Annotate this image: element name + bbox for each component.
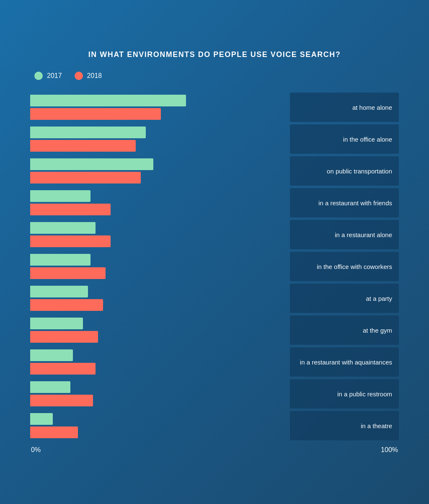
bar-row: in a restaurant with aquaintances	[30, 347, 399, 377]
bar-2017	[30, 190, 90, 202]
bar-label-cell: at home alone	[290, 93, 399, 122]
bar-row: in a restaurant alone	[30, 220, 399, 249]
bars-group	[30, 411, 290, 440]
legend-item-2017: 2017	[34, 72, 62, 80]
bar-2017	[30, 349, 73, 361]
bar-label-cell: in a restaurant with friends	[290, 188, 399, 217]
bar-label: at home alone	[352, 104, 392, 111]
bar-row: in a restaurant with friends	[30, 188, 399, 217]
bar-2018	[30, 140, 136, 152]
bar-2017	[30, 222, 96, 234]
bar-row: at home alone	[30, 93, 399, 122]
bar-row: in the office with coworkers	[30, 252, 399, 281]
bar-label-cell: in a public restroom	[290, 379, 399, 408]
bar-label: in a restaurant alone	[335, 231, 392, 238]
bar-2018	[30, 331, 98, 343]
legend-label-2018: 2018	[87, 72, 102, 80]
bar-2017	[30, 286, 88, 297]
bar-label: in the office alone	[343, 136, 392, 143]
bar-label: in a restaurant with aquaintances	[300, 359, 392, 366]
bar-2018	[30, 395, 93, 406]
bar-label: in a restaurant with friends	[318, 199, 392, 207]
bar-label-cell: in a theatre	[290, 411, 399, 440]
bar-2018	[30, 235, 111, 247]
bar-2018	[30, 108, 161, 120]
legend: 2017 2018	[30, 72, 399, 80]
bars-group	[30, 284, 290, 313]
bar-row: in a public restroom	[30, 379, 399, 408]
bar-row: in the office alone	[30, 124, 399, 154]
chart-container: IN WHAT ENVIRONMENTS DO PEOPLE USE VOICE…	[22, 34, 407, 470]
bar-row: on public transportation	[30, 156, 399, 186]
legend-dot-2018	[75, 72, 83, 80]
bar-2017	[30, 127, 146, 138]
bar-row: in a theatre	[30, 411, 399, 440]
bar-2018	[30, 426, 78, 438]
bar-label-cell: in a restaurant with aquaintances	[290, 347, 399, 377]
bar-label-cell: at the gym	[290, 315, 399, 345]
bar-label: on public transportation	[327, 168, 392, 175]
bar-label-cell: in a restaurant alone	[290, 220, 399, 249]
legend-dot-2017	[34, 72, 43, 80]
bar-2017	[30, 381, 70, 393]
bars-group	[30, 156, 290, 186]
axis-row: 0% 100%	[30, 446, 399, 454]
bar-2018	[30, 172, 141, 184]
bar-2018	[30, 204, 111, 215]
bar-2017	[30, 95, 186, 106]
bar-2018	[30, 267, 106, 279]
bars-group	[30, 188, 290, 217]
bar-row: at a party	[30, 284, 399, 313]
bar-label: in a public restroom	[337, 390, 392, 398]
axis-min-label: 0%	[31, 446, 41, 454]
bar-2018	[30, 363, 96, 375]
bar-2017	[30, 318, 83, 329]
bars-group	[30, 93, 290, 122]
bar-label: at a party	[366, 295, 392, 302]
bars-group	[30, 124, 290, 154]
bar-label-cell: in the office alone	[290, 124, 399, 154]
bar-label: in a theatre	[361, 422, 392, 429]
bar-row: at the gym	[30, 315, 399, 345]
bar-2018	[30, 299, 103, 311]
bars-group	[30, 252, 290, 281]
bar-label: at the gym	[363, 327, 392, 334]
bar-label: in the office with coworkers	[317, 263, 392, 270]
bars-group	[30, 347, 290, 377]
bar-label-cell: in the office with coworkers	[290, 252, 399, 281]
axis-max-label: 100%	[381, 446, 398, 454]
bar-label-cell: on public transportation	[290, 156, 399, 186]
bar-2017	[30, 158, 153, 170]
bar-2017	[30, 413, 53, 425]
chart-title: IN WHAT ENVIRONMENTS DO PEOPLE USE VOICE…	[30, 50, 399, 59]
bar-label-cell: at a party	[290, 284, 399, 313]
bars-group	[30, 315, 290, 345]
bars-group	[30, 379, 290, 408]
bars-group	[30, 220, 290, 249]
bar-2017	[30, 254, 90, 266]
legend-label-2017: 2017	[47, 72, 62, 80]
legend-item-2018: 2018	[75, 72, 102, 80]
bars-area: at home alonein the office aloneon publi…	[30, 93, 399, 440]
